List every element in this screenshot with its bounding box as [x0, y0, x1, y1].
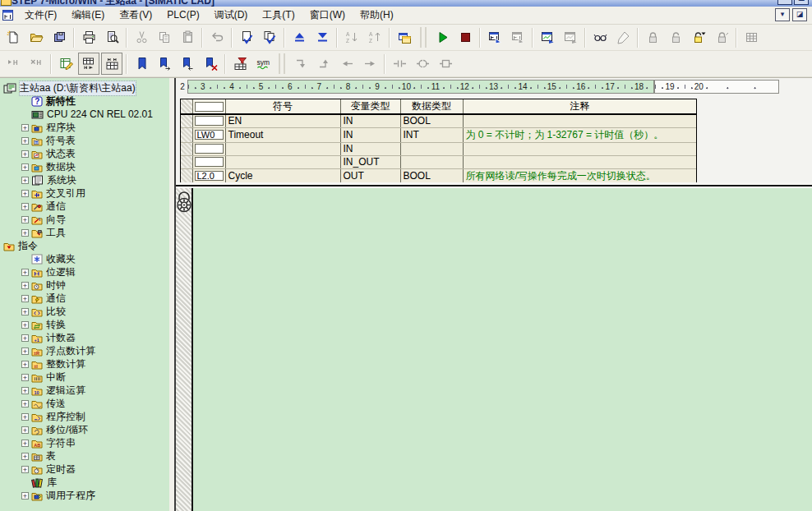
- toolbar-grip[interactable]: [420, 27, 427, 48]
- cell-symbol[interactable]: [225, 155, 340, 168]
- tree-item-program-control[interactable]: +程序控制: [0, 410, 169, 423]
- cell-address[interactable]: [192, 114, 225, 127]
- expand-toggle-icon[interactable]: +: [21, 177, 29, 184]
- tree-item-new-features[interactable]: ?新特性: [0, 94, 169, 108]
- program-status-button[interactable]: [484, 26, 505, 48]
- download-button[interactable]: [311, 26, 333, 48]
- expand-toggle-icon[interactable]: +: [21, 492, 29, 499]
- new-file-button[interactable]: [2, 26, 24, 48]
- run-button[interactable]: [431, 26, 453, 48]
- expand-toggle-icon[interactable]: +: [21, 229, 29, 237]
- expand-toggle-icon[interactable]: +: [21, 348, 29, 355]
- row-selector[interactable]: [181, 168, 192, 183]
- tree-item-bit-logic[interactable]: +位逻辑: [0, 265, 169, 279]
- cell-var-type[interactable]: IN: [340, 127, 400, 142]
- expand-toggle-icon[interactable]: +: [21, 203, 29, 210]
- tree-item-integer-math[interactable]: +±I整数计算: [0, 357, 169, 371]
- tree-item-system-block[interactable]: +系统块: [0, 173, 169, 186]
- menu-tools[interactable]: 工具(T): [255, 7, 302, 24]
- glasses-button[interactable]: [589, 26, 611, 48]
- tree-item-communications[interactable]: +通信: [0, 200, 169, 213]
- bookmark-toggle-button[interactable]: [131, 53, 152, 75]
- expand-toggle-icon[interactable]: +: [21, 413, 29, 421]
- cell-data-type[interactable]: INT: [400, 127, 463, 142]
- cell-symbol[interactable]: EN: [225, 114, 340, 127]
- row-selector[interactable]: [181, 155, 192, 168]
- expand-toggle-icon[interactable]: +: [21, 216, 29, 223]
- menu-debug[interactable]: 调试(D): [207, 7, 256, 24]
- tree-item-convert[interactable]: +转换: [0, 318, 169, 331]
- cell-address[interactable]: [192, 142, 225, 155]
- row-selector[interactable]: [181, 114, 192, 127]
- expand-toggle-icon[interactable]: +: [21, 387, 29, 394]
- expand-toggle-icon[interactable]: +: [21, 282, 29, 289]
- menu-help[interactable]: 帮助(H): [353, 7, 401, 24]
- cell-symbol[interactable]: [225, 142, 340, 155]
- cell-comment[interactable]: [463, 142, 696, 155]
- menu-file[interactable]: 文件(F): [17, 7, 64, 24]
- cell-comment[interactable]: [463, 155, 696, 168]
- view-component-button[interactable]: [55, 53, 76, 75]
- tree-item-move[interactable]: +传送: [0, 397, 169, 410]
- bookmark-previous-button[interactable]: [177, 53, 198, 75]
- row-selector[interactable]: [181, 142, 192, 155]
- options-button[interactable]: [394, 26, 415, 48]
- cell-comment[interactable]: 所有网络读/写操作每完成一次时切换状态。: [463, 168, 696, 183]
- minimize-window-button[interactable]: ▾: [777, 0, 792, 5]
- menu-view[interactable]: 查看(V): [112, 7, 159, 24]
- toolbar-grip[interactable]: [279, 53, 285, 74]
- expand-toggle-icon[interactable]: +: [21, 426, 29, 434]
- expand-toggle-icon[interactable]: +: [21, 124, 29, 131]
- restore-child-button[interactable]: ◪: [792, 8, 807, 21]
- view-grid-button[interactable]: [101, 53, 122, 75]
- expand-toggle-icon[interactable]: +: [21, 321, 29, 329]
- tree-item-data-block[interactable]: +数据块: [0, 160, 169, 173]
- force-dropdown-button[interactable]: [688, 26, 709, 48]
- menu-plc[interactable]: PLC(P): [159, 7, 206, 24]
- print-preview-button[interactable]: [101, 26, 122, 48]
- expand-toggle-icon[interactable]: +: [21, 137, 29, 145]
- expand-toggle-icon[interactable]: +: [21, 334, 29, 342]
- cell-var-type[interactable]: IN_OUT: [340, 155, 400, 168]
- tree-item-logic-operations[interactable]: +10逻辑运算: [0, 384, 169, 397]
- tree-item-interrupt[interactable]: +中断: [0, 371, 169, 384]
- expand-toggle-icon[interactable]: +: [21, 453, 29, 460]
- tree-item-compare[interactable]: +比较: [0, 305, 169, 318]
- menu-window[interactable]: 窗口(W): [302, 7, 353, 24]
- tree-item-symbol-table[interactable]: +符号表: [0, 134, 169, 147]
- expand-toggle-icon[interactable]: +: [21, 269, 29, 276]
- cell-address[interactable]: [192, 155, 225, 168]
- print-button[interactable]: [78, 26, 99, 48]
- cell-data-type[interactable]: BOOL: [400, 168, 463, 183]
- cell-data-type[interactable]: [400, 142, 463, 155]
- tree-item-shift-rotate[interactable]: +移位/循环: [0, 423, 169, 436]
- save-all-button[interactable]: [48, 26, 70, 48]
- cell-comment[interactable]: 为 0 = 不计时；为 1-32767 = 计时值（秒）。: [463, 127, 696, 142]
- tree-item-counters[interactable]: ++1计数器: [0, 331, 169, 344]
- cell-var-type[interactable]: IN: [340, 142, 400, 155]
- tree-item-clock[interactable]: +时钟: [0, 279, 169, 292]
- bookmark-clear-button[interactable]: [200, 53, 221, 75]
- symbolic-addressing-button[interactable]: sym: [252, 53, 274, 75]
- cell-address[interactable]: L2.0: [192, 168, 225, 183]
- expand-toggle-icon[interactable]: +: [21, 150, 29, 158]
- tree-item-float-math[interactable]: +±R浮点数计算: [0, 344, 169, 357]
- expand-toggle-icon[interactable]: +: [21, 190, 29, 197]
- bookmark-next-button[interactable]: [154, 53, 175, 75]
- tree-item-instructions[interactable]: 指令: [0, 239, 169, 252]
- cell-comment[interactable]: [463, 114, 696, 127]
- expand-toggle-icon[interactable]: +: [21, 466, 29, 473]
- expand-toggle-icon[interactable]: +: [21, 308, 29, 315]
- cell-data-type[interactable]: BOOL: [400, 114, 463, 127]
- cell-data-type[interactable]: [400, 155, 463, 168]
- tree-item-libraries[interactable]: 库: [0, 476, 169, 489]
- cell-symbol[interactable]: Cycle: [225, 168, 340, 183]
- tree-item-status-chart[interactable]: +状态表: [0, 147, 169, 160]
- column-ruler[interactable]: 234567891011121314151617181920: [178, 80, 779, 94]
- tree-item-wizards[interactable]: +向导: [0, 213, 169, 226]
- expand-toggle-icon[interactable]: +: [21, 163, 29, 171]
- cell-var-type[interactable]: OUT: [340, 168, 400, 183]
- menu-edit[interactable]: 编辑(E): [64, 7, 112, 24]
- tree-item-cross-reference[interactable]: +交叉引用: [0, 186, 169, 200]
- tree-item-project-root[interactable]: 主站aa (D:\新资料\主站aa): [0, 81, 169, 94]
